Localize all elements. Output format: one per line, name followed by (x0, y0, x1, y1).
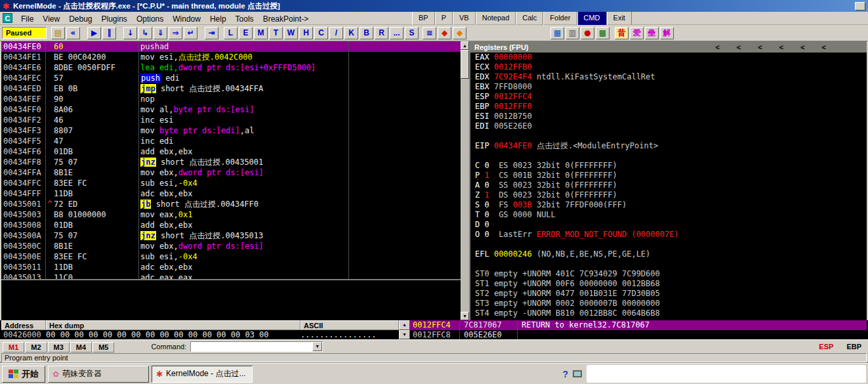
disasm-row[interactable]: 00434FF246inc esi (1, 115, 461, 125)
register-line[interactable]: ST0 empty +UNORM 401C 7C934029 7C99D600 (470, 269, 867, 279)
cn-plugin-button-1[interactable]: 爱 (630, 27, 644, 39)
step-over-icon[interactable]: ↳ (138, 27, 152, 39)
register-line[interactable]: EBP 0012FFF0 (470, 102, 867, 112)
menu-item-file[interactable]: File (16, 13, 38, 25)
disasm-row[interactable]: 00435003B8 01000000mov eax,0x1 (1, 209, 461, 220)
panel-button-l[interactable]: L (224, 27, 238, 39)
memory-tab-m2[interactable]: M2 (25, 342, 47, 352)
register-line[interactable] (470, 131, 867, 141)
disasm-row[interactable]: 00434FE68DBE 0050FDFFlea edi,dword ptr d… (1, 62, 461, 73)
register-line[interactable]: S 0 FS 003B 32bit 7FFDF000(FFF) (470, 200, 867, 210)
memory-tab-m1[interactable]: M1 (3, 342, 24, 352)
dump-scrollbar[interactable]: ▲ ▼ (399, 320, 410, 339)
disasm-row[interactable]: 0043500E83EE FCsub esi,-0x4 (1, 251, 461, 262)
panel-button-e[interactable]: E (239, 27, 253, 39)
register-line[interactable]: EBX 7FFD8000 (470, 82, 867, 92)
until-return-icon[interactable]: ↵ (184, 27, 197, 39)
disasm-row[interactable]: 00434FFF11DBadc ebx,ebx (1, 188, 461, 199)
scroll-down-icon[interactable]: ▼ (461, 312, 469, 320)
register-line[interactable]: ESI 0012B750 (470, 112, 867, 121)
disasm-row[interactable]: 0043500C8B1Emov ebx,dword ptr ds:[esi] (1, 241, 461, 251)
disasm-row[interactable]: 00435001^72 EDjb short 点击过授.00434FF0 (1, 199, 461, 209)
cn-plugin-button-2[interactable]: 壘 (645, 27, 659, 39)
panel-button-w[interactable]: W (284, 27, 298, 39)
register-line[interactable]: Z 1 DS 0023 32bit 0(FFFFFFFF) (470, 190, 867, 200)
menu-button-calc[interactable]: Calc (516, 12, 543, 25)
memory-tab-m3[interactable]: M3 (48, 342, 70, 352)
disasm-row[interactable]: 0043500A75 07jnz short 点击过授.00435013 (1, 230, 461, 241)
menu-button-exit[interactable]: Exit (607, 12, 632, 25)
stack-row[interactable]: 0012FFC47C817067RETURN to kernel32.7C817… (410, 320, 867, 330)
register-line[interactable]: O 0 LastErr ERROR_MOD_NOT_FOUND (0000007… (470, 230, 867, 240)
menu-item-options[interactable]: Options (132, 13, 168, 25)
pause-icon[interactable]: ‖ (102, 27, 116, 39)
titlebar-button[interactable] (855, 2, 865, 11)
menu-item-tools[interactable]: Tools (231, 13, 258, 25)
panel-button-t[interactable]: T (269, 27, 283, 39)
disasm-row[interactable]: 00434FEDEB 0Bjmp short 点击过授.00434FFA (1, 83, 461, 94)
fpu-bank-button-2[interactable]: < (758, 43, 762, 51)
disasm-row[interactable]: 00434FEC57push edi (1, 73, 461, 83)
panel-button-s[interactable]: S (405, 27, 419, 39)
tool-icon-2[interactable]: ▥ (566, 27, 579, 39)
register-line[interactable]: EAX 00000000 (470, 53, 867, 62)
fpu-bank-button-4[interactable]: < (800, 43, 804, 51)
tool-icon-1[interactable]: ▦ (550, 27, 564, 39)
panel-button-btn[interactable]: / (329, 27, 343, 39)
disasm-row[interactable]: 00434FE1BE 00C04200mov esi,点击过授.0042C000 (1, 52, 461, 62)
menu-item-help[interactable]: Help (205, 13, 231, 25)
disasm-row[interactable]: 00434FFC83EE FCsub esi,-0x4 (1, 178, 461, 188)
menu-button-notepad[interactable]: Notepad (476, 12, 516, 25)
restart-icon[interactable]: « (66, 27, 80, 39)
help-tray-icon[interactable]: ? (562, 369, 568, 379)
tool-icon-3[interactable]: ● (581, 27, 594, 39)
pane-toggle-esp[interactable]: ESP (819, 343, 833, 351)
fpu-bank-button-0[interactable]: < (715, 43, 719, 51)
register-line[interactable] (470, 259, 867, 269)
cn-plugin-button-0[interactable]: 昔 (615, 27, 629, 39)
disasm-row[interactable]: 00434FF38807mov byte ptr ds:[edi],al (1, 125, 461, 136)
dump-row[interactable]: 00426000 00 00 00 00 00 00 00 00 00 00 0… (1, 330, 399, 339)
scroll-up-icon[interactable]: ▲ (461, 41, 469, 50)
step-into-icon[interactable]: ↓ (123, 27, 137, 39)
fpu-bank-button-3[interactable]: < (779, 43, 783, 51)
disasm-row[interactable]: 00434FF875 07jnz short 点击过授.00435001 (1, 157, 461, 167)
taskbar-task-1[interactable]: ✱KernelMode - 点击过... (152, 366, 253, 383)
fpu-bank-button-5[interactable]: < (822, 43, 826, 51)
register-line[interactable]: P 1 CS 001B 32bit 0(FFFFFFFF) (470, 171, 867, 181)
tool-icon-4[interactable]: ▩ (596, 27, 610, 39)
register-line[interactable]: T 0 GS 0000 NULL (470, 210, 867, 220)
register-line[interactable]: ST1 empty +UNORM 00F6 00000000 0012BB68 (470, 279, 867, 289)
register-line[interactable]: C 0 ES 0023 32bit 0(FFFFFFFF) (470, 161, 867, 171)
disasm-row[interactable]: 00434FEF90nop (1, 94, 461, 104)
register-line[interactable]: ST2 empty +UNORM 0477 001B031E 77D30B05 (470, 289, 867, 299)
register-line[interactable]: EFL 00000246 (NO,NB,E,BE,NS,PE,GE,LE) (470, 249, 867, 259)
display-tray-icon[interactable] (573, 370, 582, 377)
register-line[interactable]: ST4 empty -UNORM B810 0012BB8C 0064B6B8 (470, 309, 867, 318)
scroll-track[interactable] (461, 50, 469, 312)
disasm-row[interactable]: 00434FFA8B1Emov ebx,dword ptr ds:[esi] (1, 167, 461, 178)
disassembly-scrollbar[interactable]: ▲ ▼ (461, 41, 469, 320)
register-line[interactable]: ST3 empty +UNORM 0002 0000007B 00000000 (470, 299, 867, 309)
command-input[interactable]: ▼ (190, 341, 323, 352)
disasm-row[interactable]: 0043500801DBadd ebx,ebx (1, 220, 461, 230)
menu-item-plugins[interactable]: Plugins (97, 13, 132, 25)
menu-item-breakpoint[interactable]: BreakPoint-> (258, 13, 314, 25)
windows-list-icon[interactable]: ≡ (423, 27, 436, 39)
start-button[interactable]: 开始 (2, 366, 45, 383)
panel-button-h[interactable]: H (299, 27, 313, 39)
menu-item-debug[interactable]: Debug (64, 13, 96, 25)
register-line[interactable]: EIP 00434FE0 点击过授.<ModuleEntryPoint> (470, 141, 867, 151)
disasm-row[interactable]: 0043501111DBadc ebx,ebx (1, 262, 461, 272)
plugin-icon-1[interactable]: ◆ (438, 27, 451, 39)
panel-button-c[interactable]: C (314, 27, 328, 39)
register-line[interactable]: EDI 005E26E0 (470, 121, 867, 131)
cn-plugin-button-3[interactable]: 解 (660, 27, 674, 39)
plugin-icon-2[interactable]: ◆ (453, 27, 466, 39)
register-line[interactable]: ESP 0012FFC4 (470, 92, 867, 102)
dump-scroll-down-icon[interactable]: ▼ (399, 330, 410, 340)
menu-button-p[interactable]: P (435, 12, 453, 25)
scroll-thumb[interactable] (461, 50, 469, 79)
register-line[interactable] (470, 240, 867, 249)
register-line[interactable]: ECX 0012FFB0 (470, 62, 867, 72)
